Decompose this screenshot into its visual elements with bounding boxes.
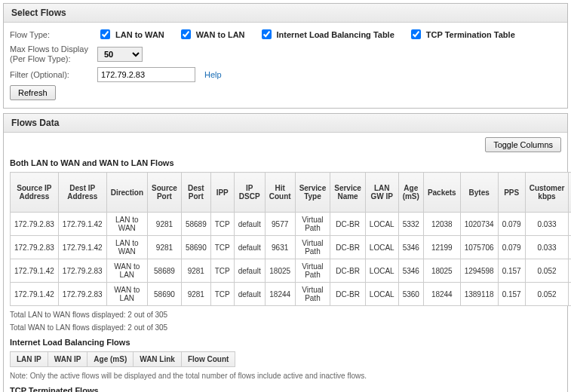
- cell-dir: WAN to LAN: [106, 283, 147, 306]
- chk-wan-to-lan-input[interactable]: [181, 29, 191, 39]
- cell-hits: 9631: [265, 236, 295, 259]
- cell-age: 5360: [398, 283, 423, 306]
- max-flows-select[interactable]: 50: [97, 47, 143, 62]
- cell-gw: LOCAL: [365, 213, 398, 236]
- cell-ckbps: 0.033: [525, 213, 569, 236]
- cell-bytes: 1294598: [460, 259, 498, 283]
- filter-label: Filter (Optional):: [10, 70, 93, 79]
- cell-dport: 58689: [181, 213, 210, 236]
- hdr-dst-ip[interactable]: Dest IP Address: [58, 173, 106, 213]
- cell-age: 5346: [398, 259, 423, 283]
- cell-ipp: TCP: [210, 259, 234, 283]
- cell-ipp: TCP: [210, 236, 234, 259]
- total-w2l: Total WAN to LAN flows displayed: 2 out …: [10, 323, 561, 332]
- table-row: 172.79.2.83172.79.1.42LAN to WAN92815869…: [11, 236, 572, 259]
- filter-input[interactable]: [97, 67, 195, 82]
- cell-dir: LAN to WAN: [106, 213, 147, 236]
- chk-ilb-input[interactable]: [262, 29, 272, 39]
- hdr-hit-count[interactable]: Hit Count: [265, 173, 295, 213]
- cell-sport: 58689: [148, 259, 182, 283]
- flow-type-label: Flow Type:: [10, 30, 93, 39]
- cell-pps: 0.157: [498, 259, 525, 283]
- cell-bytes: 1075706: [460, 236, 498, 259]
- chk-lan-to-wan-input[interactable]: [100, 29, 110, 39]
- ilb-hdr-lan-ip[interactable]: LAN IP: [11, 352, 48, 367]
- cell-ckbps: 0.052: [525, 283, 569, 306]
- table-row: 172.79.2.83172.79.1.42LAN to WAN92815868…: [11, 213, 572, 236]
- ilb-title: Internet Load Balancing Flows: [10, 338, 561, 347]
- help-link[interactable]: Help: [204, 70, 222, 79]
- hdr-src-port[interactable]: Source Port: [148, 173, 182, 213]
- chk-wan-to-lan[interactable]: WAN to LAN: [178, 27, 245, 41]
- hdr-direction[interactable]: Direction: [106, 173, 147, 213]
- hdr-lan-gw[interactable]: LAN GW IP: [365, 173, 398, 213]
- cell-ipp: TCP: [210, 213, 234, 236]
- select-flows-panel: Select Flows Flow Type: LAN to WAN WAN t…: [3, 3, 568, 109]
- cell-bytes: 1020734: [460, 213, 498, 236]
- cell-hits: 18025: [265, 259, 295, 283]
- cell-ipp: TCP: [210, 283, 234, 306]
- cell-ckbps: 0.033: [525, 236, 569, 259]
- cell-age: 5346: [398, 236, 423, 259]
- cell-src: 172.79.2.83: [11, 213, 59, 236]
- ilb-table: LAN IP WAN IP Age (mS) WAN Link Flow Cou…: [10, 351, 235, 367]
- cell-dst: 172.79.2.83: [58, 283, 106, 306]
- table-row: 172.79.1.42172.79.2.83WAN to LAN58689928…: [11, 259, 572, 283]
- cell-pkts: 18025: [423, 259, 460, 283]
- cell-gw: LOCAL: [365, 283, 398, 306]
- hdr-dscp[interactable]: IP DSCP: [234, 173, 265, 213]
- cell-dir: WAN to LAN: [106, 259, 147, 283]
- chk-lan-to-wan[interactable]: LAN to WAN: [97, 27, 164, 41]
- cell-dst: 172.79.2.83: [58, 259, 106, 283]
- hdr-bytes[interactable]: Bytes: [460, 173, 498, 213]
- toggle-columns-button[interactable]: Toggle Columns: [485, 137, 561, 152]
- chk-ilb[interactable]: Internet Load Balancing Table: [259, 27, 394, 41]
- cell-sname: DC-BR: [330, 283, 366, 306]
- cell-ckbps: 0.052: [525, 259, 569, 283]
- cell-dscp: default: [234, 259, 265, 283]
- cell-dport: 9281: [181, 259, 210, 283]
- max-flows-label: Max Flows to Display (Per Flow Type):: [10, 44, 93, 64]
- ilb-hdr-age[interactable]: Age (mS): [87, 352, 134, 367]
- cell-pps: 0.079: [498, 236, 525, 259]
- cell-stype: Virtual Path: [295, 259, 330, 283]
- cell-pps: 0.079: [498, 213, 525, 236]
- cell-hits: 9577: [265, 213, 295, 236]
- hdr-age[interactable]: Age (mS): [398, 173, 423, 213]
- cell-pkts: 18244: [423, 283, 460, 306]
- refresh-button[interactable]: Refresh: [10, 85, 56, 100]
- cell-pkts: 12199: [423, 236, 460, 259]
- hdr-svc-type[interactable]: Service Type: [295, 173, 330, 213]
- hdr-cust-kbps[interactable]: Customer kbps: [525, 173, 569, 213]
- cell-age: 5332: [398, 213, 423, 236]
- cell-dscp: default: [234, 236, 265, 259]
- cell-stype: Virtual Path: [295, 236, 330, 259]
- cell-sport: 58690: [148, 283, 182, 306]
- cell-dscp: default: [234, 283, 265, 306]
- cell-src: 172.79.1.42: [11, 259, 59, 283]
- hdr-src-ip[interactable]: Source IP Address: [11, 173, 59, 213]
- cell-pps: 0.157: [498, 283, 525, 306]
- cell-dir: LAN to WAN: [106, 236, 147, 259]
- cell-gw: LOCAL: [365, 236, 398, 259]
- chk-tcp-term[interactable]: TCP Termination Table: [408, 27, 515, 41]
- hdr-ipp[interactable]: IPP: [210, 173, 234, 213]
- flows-data-title: Flows Data: [4, 114, 567, 133]
- hdr-dst-port[interactable]: Dest Port: [181, 173, 210, 213]
- ilb-hdr-wan-ip[interactable]: WAN IP: [48, 352, 87, 367]
- select-flows-title: Select Flows: [4, 4, 567, 23]
- cell-hits: 18244: [265, 283, 295, 306]
- hdr-pps[interactable]: PPS: [498, 173, 525, 213]
- hdr-svc-name[interactable]: Service Name: [330, 173, 366, 213]
- cell-gw: LOCAL: [365, 259, 398, 283]
- cell-dst: 172.79.1.42: [58, 213, 106, 236]
- ilb-hdr-flow-count[interactable]: Flow Count: [181, 352, 235, 367]
- ilb-hdr-wan-link[interactable]: WAN Link: [134, 352, 182, 367]
- hdr-packets[interactable]: Packets: [423, 173, 460, 213]
- chk-tcp-term-input[interactable]: [411, 29, 421, 39]
- cell-dst: 172.79.1.42: [58, 236, 106, 259]
- cell-sname: DC-BR: [330, 259, 366, 283]
- total-l2w: Total LAN to WAN flows displayed: 2 out …: [10, 311, 561, 319]
- flows-table: Source IP Address Dest IP Address Direct…: [10, 172, 571, 306]
- cell-bytes: 1389118: [460, 283, 498, 306]
